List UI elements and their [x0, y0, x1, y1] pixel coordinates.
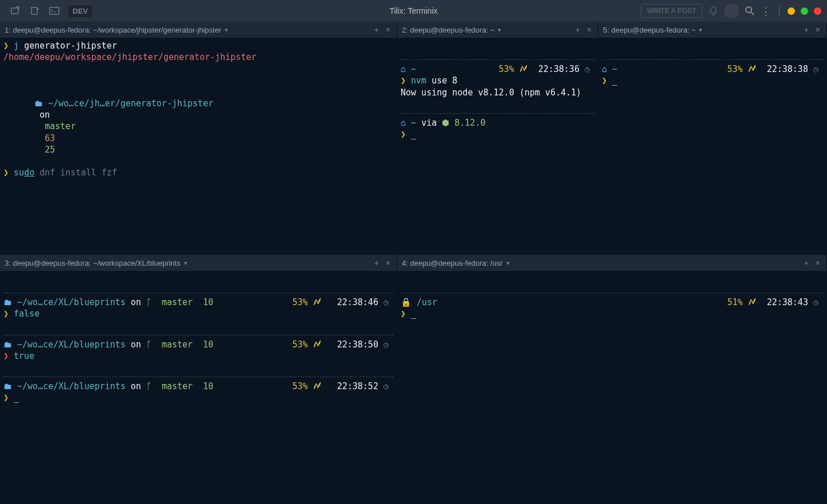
- prompt-icon: ❯: [3, 41, 14, 51]
- window-title: Tilix: Terminix: [389, 6, 437, 15]
- svg-rect-2: [50, 7, 59, 14]
- close-pane-button[interactable]: ×: [814, 258, 822, 267]
- lock-icon: 🔒: [401, 297, 417, 307]
- pane-5-tabbar: 5: deepu@deepus-fedora: ~ ▾ + ×: [598, 22, 826, 38]
- pane-3-tabbar: 3: deepu@deepus-fedora: ~/workspace/XL/b…: [0, 255, 397, 271]
- home-icon: ⌂: [602, 64, 612, 74]
- pane-3: 3: deepu@deepus-fedora: ~/workspace/XL/b…: [0, 255, 397, 504]
- home-icon: ⌂: [401, 64, 411, 74]
- prompt-icon: ❯: [3, 167, 14, 178]
- dev-badge: DEV: [69, 5, 92, 17]
- pane-1-terminal[interactable]: ❯ j generator-jhipster /home/deepu/works…: [0, 38, 397, 254]
- menu-icon[interactable]: ⋮: [761, 6, 771, 16]
- battery-icon: 🗲: [514, 64, 538, 74]
- clock-icon: ◷: [808, 297, 818, 307]
- pane-2-title[interactable]: 2: deepu@deepus-fedora: ~: [402, 26, 494, 34]
- new-tab-icon[interactable]: [30, 6, 40, 16]
- prompt-icon: ❯: [3, 309, 14, 319]
- github-icon: [34, 121, 39, 131]
- battery-icon: 🗲: [743, 64, 767, 74]
- titlebar-left: DEV: [0, 5, 92, 17]
- pane-1-tabbar: 1: deepu@deepus-fedora: ~/workspace/jhip…: [0, 22, 397, 38]
- close-pane-button[interactable]: ×: [384, 25, 392, 34]
- add-pane-button[interactable]: +: [802, 25, 810, 34]
- pane-4-title[interactable]: 4: deepu@deepus-fedora: /usr: [402, 259, 503, 267]
- minimize-button[interactable]: [788, 7, 795, 15]
- branch-icon: [39, 121, 45, 131]
- git-icon: ᚵ: [146, 339, 162, 350]
- folder-icon: 🖿: [3, 381, 17, 391]
- add-pane-button[interactable]: +: [574, 25, 582, 34]
- pane-3-title[interactable]: 3: deepu@deepus-fedora: ~/workspace/XL/b…: [5, 259, 181, 267]
- pane-4-terminal[interactable]: 🔒 /usr 51% 🗲 22:38:43 ◷ ❯ _: [397, 271, 826, 503]
- search-icon[interactable]: [745, 6, 755, 16]
- pane-3-terminal[interactable]: 🖿 ~/wo…ce/XL/blueprints on ᚵ master 1053…: [0, 271, 397, 503]
- close-pane-button[interactable]: ×: [384, 258, 392, 267]
- chevron-down-icon[interactable]: ▾: [699, 26, 702, 34]
- close-pane-button[interactable]: ×: [585, 25, 593, 34]
- pane-5-terminal[interactable]: ⌂ ~ 53% 🗲 22:38:38 ◷ ❯ _: [598, 38, 826, 254]
- folder-icon: 🖿: [34, 98, 48, 109]
- folder-icon: 🖿: [3, 297, 17, 307]
- pane-4: 4: deepu@deepus-fedora: /usr ▾ + × 🔒 /us…: [397, 255, 827, 504]
- output-path: /home/deepu/workspace/jhipster/generator…: [3, 52, 257, 62]
- pane-grid: 1: deepu@deepus-fedora: ~/workspace/jhip…: [0, 22, 827, 504]
- node-icon: ⬢: [437, 118, 454, 128]
- home-icon: ⌂: [401, 118, 411, 128]
- pane-2-tabbar: 2: deepu@deepus-fedora: ~ ▾ + ×: [397, 22, 598, 38]
- status-line: 🖿 ~/wo…ce/XL/blueprints on ᚵ master 1053…: [3, 297, 393, 308]
- chevron-down-icon[interactable]: ▾: [506, 259, 510, 267]
- git-icon: ᚵ: [146, 297, 162, 307]
- pane-2: 2: deepu@deepus-fedora: ~ ▾ + × ⌂ ~ 53% …: [397, 22, 598, 255]
- prompt-icon: ❯: [401, 309, 411, 319]
- titlebar-right: WRITE A POST ⋮: [641, 3, 821, 18]
- pane-4-tabbar: 4: deepu@deepus-fedora: /usr ▾ + ×: [397, 255, 826, 271]
- git-icon: ᚵ: [146, 381, 162, 391]
- prompt-icon: ❯: [3, 351, 14, 361]
- clock-icon: ◷: [808, 64, 818, 74]
- terminal-icon[interactable]: [49, 6, 59, 16]
- svg-point-3: [746, 7, 752, 13]
- window-titlebar: DEV Tilix: Terminix WRITE A POST ⋮: [0, 0, 827, 22]
- pane-2-terminal[interactable]: ⌂ ~ 53% 🗲 22:38:36 ◷ ❯ nvm use 8 Now usi…: [397, 38, 598, 254]
- add-pane-button[interactable]: +: [373, 25, 381, 34]
- chevron-down-icon[interactable]: ▾: [184, 259, 187, 267]
- prompt-icon: ❯: [602, 75, 612, 86]
- bell-icon[interactable]: [708, 6, 718, 16]
- add-pane-button[interactable]: +: [373, 258, 381, 267]
- chevron-down-icon[interactable]: ▾: [498, 26, 501, 34]
- clock-icon: ◷: [580, 64, 590, 74]
- close-pane-button[interactable]: ×: [814, 25, 822, 34]
- status-line: 🖿 ~/wo…ce/XL/blueprints on ᚵ master 1053…: [3, 339, 393, 350]
- prompt-icon: ❯: [401, 129, 411, 139]
- svg-rect-1: [31, 7, 37, 14]
- maximize-button[interactable]: [801, 7, 808, 15]
- prompt-icon: ❯: [3, 393, 14, 403]
- divider: [779, 6, 780, 15]
- battery-icon: 🗲: [743, 297, 767, 307]
- close-button[interactable]: [814, 7, 821, 15]
- add-pane-button[interactable]: +: [802, 258, 810, 267]
- pane-5: 5: deepu@deepus-fedora: ~ ▾ + × ⌂ ~ 53% …: [598, 22, 827, 255]
- write-post-button[interactable]: WRITE A POST: [641, 4, 702, 18]
- pane-1: 1: deepu@deepus-fedora: ~/workspace/jhip…: [0, 22, 397, 255]
- pane-5-title[interactable]: 5: deepu@deepus-fedora: ~: [603, 26, 696, 34]
- svg-rect-0: [11, 8, 18, 14]
- status-line: 🖿 ~/wo…ce/XL/blueprints on ᚵ master 1053…: [3, 381, 393, 392]
- folder-icon: 🖿: [3, 339, 17, 350]
- pane-1-title[interactable]: 1: deepu@deepus-fedora: ~/workspace/jhip…: [5, 26, 221, 34]
- new-window-icon[interactable]: [10, 6, 21, 16]
- prompt-icon: ❯: [401, 75, 411, 86]
- chevron-down-icon[interactable]: ▾: [225, 26, 228, 34]
